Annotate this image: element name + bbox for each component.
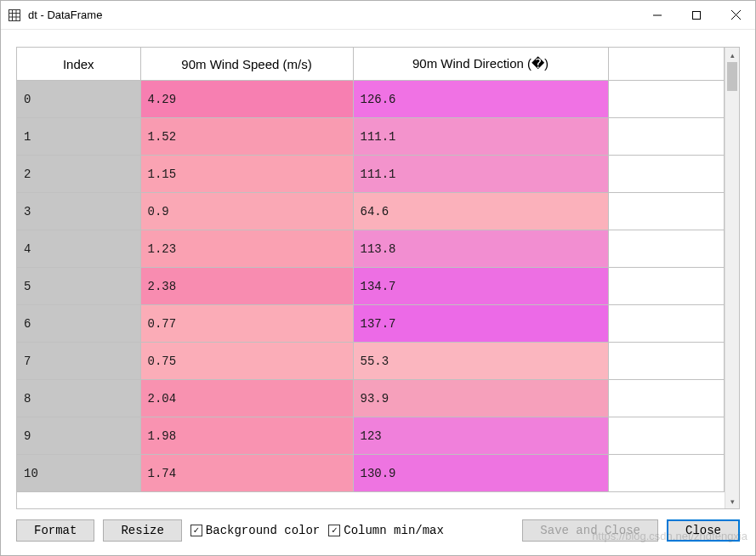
cell-direction[interactable]: 111.1	[353, 118, 608, 156]
background-color-label: Background color	[206, 524, 320, 537]
scroll-thumb[interactable]	[727, 62, 737, 91]
table-row[interactable]: 52.38134.7	[17, 268, 725, 305]
cell-blank	[608, 268, 725, 305]
header-index[interactable]: Index	[17, 48, 140, 81]
close-window-button[interactable]	[716, 1, 755, 29]
cell-index[interactable]: 3	[17, 193, 140, 230]
titlebar[interactable]: dt - DataFrame	[1, 1, 755, 30]
window-title: dt - DataFrame	[28, 9, 638, 21]
cell-direction[interactable]: 93.9	[353, 380, 608, 417]
cell-speed[interactable]: 1.15	[140, 156, 353, 193]
column-minmax-label: Column min/max	[344, 524, 444, 537]
cell-blank	[608, 118, 725, 156]
table-row[interactable]: 60.77137.7	[17, 305, 725, 343]
header-direction[interactable]: 90m Wind Direction (�)	[353, 48, 608, 81]
cell-blank	[608, 380, 725, 417]
cell-speed[interactable]: 2.38	[140, 268, 353, 305]
scroll-up-arrow-icon[interactable]: ▴	[725, 48, 739, 62]
cell-speed[interactable]: 4.29	[140, 81, 353, 118]
window: dt - DataFrame Index	[0, 0, 756, 556]
close-button[interactable]: Close	[667, 519, 740, 542]
table-scroll[interactable]: Index 90m Wind Speed (m/s) 90m Wind Dire…	[17, 48, 725, 508]
svg-rect-0	[9, 9, 20, 20]
checkbox-checked-icon: ✓	[328, 525, 340, 536]
save-and-close-button[interactable]: Save and Close	[522, 519, 658, 542]
cell-speed[interactable]: 1.98	[140, 417, 353, 455]
vertical-scrollbar[interactable]: ▴ ▾	[725, 48, 739, 508]
cell-speed[interactable]: 0.75	[140, 343, 353, 380]
table-wrap: Index 90m Wind Speed (m/s) 90m Wind Dire…	[16, 47, 740, 509]
scroll-down-arrow-icon[interactable]: ▾	[725, 494, 739, 508]
cell-index[interactable]: 9	[17, 417, 140, 455]
cell-direction[interactable]: 55.3	[353, 343, 608, 380]
cell-direction[interactable]: 64.6	[353, 193, 608, 230]
cell-speed[interactable]: 1.52	[140, 118, 353, 156]
cell-index[interactable]: 0	[17, 81, 140, 118]
cell-speed[interactable]: 2.04	[140, 380, 353, 417]
table-grid-icon	[8, 9, 21, 22]
cell-speed[interactable]: 1.74	[140, 455, 353, 492]
window-controls	[638, 1, 755, 29]
cell-blank	[608, 230, 725, 268]
minimize-button[interactable]	[638, 1, 677, 29]
table-row[interactable]: 82.0493.9	[17, 380, 725, 417]
cell-direction[interactable]: 123	[353, 417, 608, 455]
cell-direction[interactable]: 126.6	[353, 81, 608, 118]
cell-index[interactable]: 5	[17, 268, 140, 305]
cell-direction[interactable]: 111.1	[353, 156, 608, 193]
cell-direction[interactable]: 113.8	[353, 230, 608, 268]
cell-blank	[608, 305, 725, 343]
dataframe-table: Index 90m Wind Speed (m/s) 90m Wind Dire…	[17, 48, 725, 492]
cell-index[interactable]: 1	[17, 118, 140, 156]
table-row[interactable]: 11.52111.1	[17, 118, 725, 156]
cell-direction[interactable]: 134.7	[353, 268, 608, 305]
cell-direction[interactable]: 130.9	[353, 455, 608, 492]
table-row[interactable]: 04.29126.6	[17, 81, 725, 118]
header-blank	[608, 48, 725, 81]
background-color-checkbox[interactable]: ✓ Background color	[190, 524, 320, 537]
cell-speed[interactable]: 0.9	[140, 193, 353, 230]
cell-blank	[608, 343, 725, 380]
cell-blank	[608, 81, 725, 118]
checkbox-checked-icon: ✓	[190, 525, 202, 536]
cell-index[interactable]: 8	[17, 380, 140, 417]
table-row[interactable]: 41.23113.8	[17, 230, 725, 268]
maximize-button[interactable]	[677, 1, 716, 29]
cell-index[interactable]: 6	[17, 305, 140, 343]
table-row[interactable]: 30.964.6	[17, 193, 725, 230]
footer-toolbar: Format Resize ✓ Background color ✓ Colum…	[16, 509, 740, 545]
cell-blank	[608, 417, 725, 455]
header-speed[interactable]: 90m Wind Speed (m/s)	[140, 48, 353, 81]
table-row[interactable]: 101.74130.9	[17, 455, 725, 492]
table-row[interactable]: 91.98123	[17, 417, 725, 455]
svg-rect-6	[693, 11, 701, 19]
cell-index[interactable]: 2	[17, 156, 140, 193]
resize-button[interactable]: Resize	[103, 519, 181, 542]
table-row[interactable]: 70.7555.3	[17, 343, 725, 380]
cell-blank	[608, 455, 725, 492]
cell-blank	[608, 193, 725, 230]
cell-index[interactable]: 7	[17, 343, 140, 380]
cell-index[interactable]: 4	[17, 230, 140, 268]
cell-speed[interactable]: 0.77	[140, 305, 353, 343]
cell-blank	[608, 156, 725, 193]
column-minmax-checkbox[interactable]: ✓ Column min/max	[328, 524, 444, 537]
cell-direction[interactable]: 137.7	[353, 305, 608, 343]
cell-index[interactable]: 10	[17, 455, 140, 492]
table-row[interactable]: 21.15111.1	[17, 156, 725, 193]
content-area: Index 90m Wind Speed (m/s) 90m Wind Dire…	[1, 30, 755, 555]
cell-speed[interactable]: 1.23	[140, 230, 353, 268]
format-button[interactable]: Format	[16, 519, 94, 542]
